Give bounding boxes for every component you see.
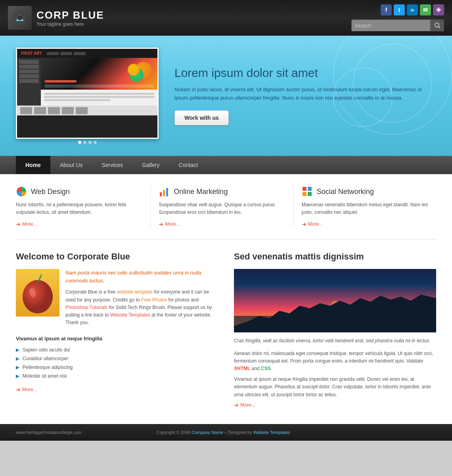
hero-content: Lorem ipsum dolor sit amet Nullam in jus…: [174, 66, 436, 125]
site-footer: www.heritagechristiancollege.com Copyrig…: [0, 424, 452, 441]
header-right: f t in ✉ ✚: [351, 4, 444, 31]
svg-rect-11: [308, 192, 312, 196]
right-body-1: Aenean dolor mi, malesuada eget consequa…: [234, 350, 436, 373]
footer-copyright: Copyright © 2048 Company Name – Designed…: [156, 430, 290, 435]
italic-quote: Nam porta mauris nec odio sollicitudin s…: [65, 269, 218, 284]
logo-tagline: Your tagline goes here: [36, 21, 104, 27]
social-icons: f t in ✉ ✚: [381, 4, 444, 15]
search-input[interactable]: [351, 19, 431, 31]
hero-dot-1[interactable]: [78, 141, 81, 144]
hero-title: Lorem ipsum dolor sit amet: [174, 66, 436, 80]
apple-svg: [20, 271, 56, 315]
main-nav: Home About Us Services Gallery Contact: [0, 156, 452, 174]
linkedin-icon[interactable]: in: [407, 4, 418, 15]
mockup-fruit: [126, 60, 153, 88]
logo-svg: [12, 10, 28, 26]
hero-dot-3[interactable]: [88, 141, 92, 144]
logo-icon: [8, 6, 32, 30]
photoshop-tutorials-link[interactable]: Photoshop Tutorials: [65, 305, 107, 310]
facebook-icon[interactable]: f: [381, 4, 392, 15]
arrow-icon-1: ➜: [16, 221, 21, 227]
svg-rect-5: [160, 192, 162, 196]
mockup-body: [17, 58, 157, 106]
left-inner-text: Nam porta mauris nec odio sollicitudin s…: [65, 269, 218, 330]
mockup-bottom-strip: [17, 106, 157, 115]
main-content: Web Design Nunc lobortis, mi a pellentes…: [0, 174, 452, 424]
free-photos-link[interactable]: Free Photos: [141, 297, 167, 303]
css-link[interactable]: CSS: [261, 366, 271, 371]
apple-image: [16, 269, 59, 317]
right-column: Sed venenatis mattis dignissim: [234, 251, 436, 408]
search-button[interactable]: [431, 19, 444, 31]
arrow-icon-left-more: ➜: [16, 386, 21, 393]
mockup-sidebar: [17, 58, 41, 106]
hero-section: FRUIT ART: [0, 36, 452, 156]
nav-contact[interactable]: Contact: [169, 156, 207, 174]
online-marketing-more[interactable]: ➜ More...: [159, 221, 285, 227]
nav-services[interactable]: Services: [92, 156, 133, 174]
service-online-marketing: Online Marketing Suspendisse vitae velit…: [151, 186, 293, 227]
social-networking-text: Maecenas venenatis bibendum metus eget b…: [302, 201, 428, 216]
service-social-networking: Social Networking Maecenas venenatis bib…: [294, 186, 436, 227]
hero-dot-2[interactable]: [83, 141, 86, 144]
work-with-us-button[interactable]: Work with us: [174, 110, 229, 125]
hero-dot-4[interactable]: [94, 141, 97, 144]
svg-rect-8: [303, 187, 306, 191]
arrow-icon-3: ➜: [302, 221, 306, 227]
social-networking-more[interactable]: ➜ More...: [302, 221, 428, 227]
web-design-more[interactable]: ➜ More...: [16, 221, 142, 227]
svg-point-13: [23, 280, 53, 313]
nav-home[interactable]: Home: [16, 156, 50, 174]
services-row: Web Design Nunc lobortis, mi a pellentes…: [16, 174, 436, 240]
right-more-link[interactable]: ➜ More...: [234, 402, 436, 408]
logo-area: CORP BLUE Your tagline goes here: [8, 6, 104, 30]
mockup-header: FRUIT ART: [17, 49, 157, 58]
list-item: ▶Pellentesque adipiscing: [16, 363, 218, 372]
body-paragraph-1: Corporate Blue is a free website templat…: [65, 288, 218, 326]
arrow-icon-2: ➜: [159, 221, 163, 227]
svg-point-18: [360, 301, 411, 316]
svg-point-2: [435, 23, 439, 27]
online-marketing-label: Online Marketing: [174, 188, 228, 196]
social-networking-label: Social Networking: [317, 188, 374, 196]
logo-title: CORP BLUE: [36, 9, 104, 21]
right-section-title: Sed venenatis mattis dignissim: [234, 251, 436, 262]
nav-gallery[interactable]: Gallery: [132, 156, 169, 174]
left-column: Welcome to Corporate Blue: [16, 251, 218, 408]
chat-icon[interactable]: ✉: [420, 4, 431, 15]
search-icon: [434, 22, 441, 29]
footer-designer-link[interactable]: Website Templates: [253, 430, 290, 435]
mockup-logo: FRUIT ART: [21, 51, 42, 56]
web-design-label: Web Design: [31, 188, 70, 196]
rss-icon[interactable]: ✚: [433, 4, 444, 15]
twitter-icon[interactable]: t: [394, 4, 405, 15]
website-template-link-1[interactable]: website template: [117, 289, 153, 295]
logo-text: CORP BLUE Your tagline goes here: [36, 9, 104, 27]
sunset-image: [234, 269, 436, 332]
bullet-list: ▶Sapien odio iaculis dui ▶Curabitur ulla…: [16, 345, 218, 380]
svg-rect-9: [308, 187, 312, 191]
svg-rect-6: [163, 190, 165, 196]
online-marketing-text: Suspendisse vitae velit augue. Quisque a…: [159, 201, 285, 216]
hero-image: FRUIT ART: [16, 48, 159, 139]
web-design-text: Nunc lobortis, mi a pellentesque posuere…: [16, 201, 142, 216]
two-col-section: Welcome to Corporate Blue: [16, 240, 436, 424]
hero-text: Nullam in justo lacus, id viverra elit. …: [174, 86, 436, 102]
footer-company-link[interactable]: Company Name: [192, 430, 223, 435]
nav-about[interactable]: About Us: [50, 156, 92, 174]
right-italic-text: Cras fringilla, velit ac facilisis viver…: [234, 337, 436, 345]
bullet-arrow-3: ▶: [16, 365, 19, 370]
right-body-2: Vivamus at ipsum at neque fringilla impe…: [234, 376, 436, 399]
mockup-content: [41, 58, 157, 106]
left-more-link[interactable]: ➜ More...: [16, 386, 218, 393]
list-item: ▶Molestie sit amet nisi: [16, 372, 218, 380]
svg-line-3: [439, 27, 440, 28]
web-design-icon: [16, 186, 27, 197]
xhtml-link[interactable]: XHTML: [234, 366, 250, 371]
svg-point-1: [17, 15, 22, 20]
svg-rect-7: [166, 188, 168, 196]
website-templates-link[interactable]: Website Templates: [110, 312, 150, 318]
mockup-text-area: [41, 90, 157, 106]
list-item: ▶Curabitur ullamcorper: [16, 354, 218, 363]
svg-rect-10: [303, 192, 306, 196]
